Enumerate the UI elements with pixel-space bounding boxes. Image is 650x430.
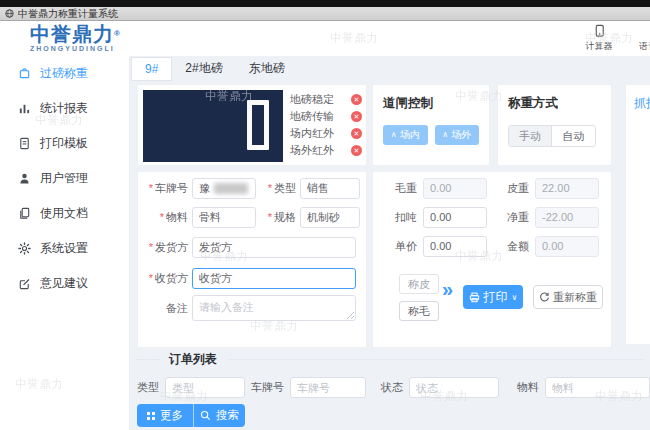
spec-input[interactable] xyxy=(300,207,360,228)
filter-material-input[interactable] xyxy=(545,377,650,398)
mode-auto-button[interactable]: 自动 xyxy=(552,126,595,146)
divider-line xyxy=(137,359,159,360)
plate-label: *车牌号 xyxy=(142,181,188,196)
remark-field-wrap xyxy=(192,295,356,321)
chevron-down-icon: ∨ xyxy=(512,293,518,302)
registered-mark: ® xyxy=(114,29,121,38)
filter-plate-label: 车牌号 xyxy=(251,380,284,395)
receiver-label: *收货方 xyxy=(142,271,188,286)
filter-status-input[interactable] xyxy=(409,377,499,398)
more-button[interactable]: 更多 xyxy=(137,404,193,427)
calculator-label: 计算器 xyxy=(586,40,613,53)
material-label: *物料 xyxy=(142,210,188,225)
reweigh-label: 重新称重 xyxy=(553,290,597,305)
filter-material-label: 物料 xyxy=(517,380,539,395)
amount-label: 金额 xyxy=(499,239,529,254)
mode-manual-button[interactable]: 手动 xyxy=(509,126,552,146)
type-input[interactable] xyxy=(300,178,360,199)
sidebar-item-settings[interactable]: 系统设置 xyxy=(0,231,129,266)
print-button[interactable]: 打印 ∨ xyxy=(463,285,523,309)
resize-grip-icon[interactable] xyxy=(347,312,354,319)
shipper-input[interactable] xyxy=(192,237,356,258)
filter-type-label: 类型 xyxy=(137,380,159,395)
sidebar-item-print-template[interactable]: 打印模板 xyxy=(0,126,129,161)
document-icon xyxy=(18,137,31,150)
gate-control-panel: 道闸控制 ∧ 场内 ∧ 场外 xyxy=(372,84,490,166)
snapshot-link[interactable]: 抓拍 xyxy=(634,96,650,110)
scale-icon xyxy=(18,67,31,80)
remark-textarea[interactable] xyxy=(192,295,356,321)
gross-input xyxy=(423,178,487,199)
edit-feedback-icon xyxy=(18,277,31,290)
refresh-icon xyxy=(539,292,550,303)
filter-plate-input[interactable] xyxy=(290,377,366,398)
sidebar-item-reports[interactable]: 统计报表 xyxy=(0,91,129,126)
tare-input xyxy=(535,178,599,199)
required-mark: * xyxy=(149,182,153,194)
window-titlebar[interactable]: 中誉鼎力称重计量系统 xyxy=(0,7,650,21)
app-window: 中誉鼎力称重计量系统 中誉鼎力® ZHONGYUDINGLI 计算器 语音播 xyxy=(0,0,650,430)
sidebar-item-users[interactable]: 用户管理 xyxy=(0,161,129,196)
window-title: 中誉鼎力称重计量系统 xyxy=(18,7,118,21)
required-mark: * xyxy=(149,272,153,284)
divider-line xyxy=(227,359,645,360)
print-label: 打印 xyxy=(484,289,508,306)
voice-label: 语音播报 xyxy=(639,40,650,53)
tab-dong-dibang[interactable]: 东地磅 xyxy=(236,57,298,81)
deduct-input[interactable] xyxy=(423,207,487,228)
receiver-input[interactable] xyxy=(192,268,356,289)
brand-logo: 中誉鼎力® ZHONGYUDINGLI xyxy=(30,24,121,52)
reweigh-button[interactable]: 重新称重 xyxy=(533,285,603,309)
status-scale-stable: 地磅稳定 ✕ xyxy=(290,91,362,108)
search-button[interactable]: 搜索 xyxy=(193,404,245,427)
gate-inside-button[interactable]: ∧ 场内 xyxy=(383,125,428,145)
sidebar: 过磅称重 统计报表 打印模板 用户管理 xyxy=(0,56,130,430)
price-input[interactable] xyxy=(423,236,487,257)
brand-romanized: ZHONGYUDINGLI xyxy=(30,45,121,52)
weigh-tare-button[interactable]: 称皮 xyxy=(399,274,439,294)
status-scale-transmit: 地磅传输 ✕ xyxy=(290,108,362,125)
double-chevron-icon: » xyxy=(442,278,451,301)
order-actions: 更多 搜索 xyxy=(137,404,245,427)
error-circle-icon: ✕ xyxy=(351,94,362,105)
plate-field-wrap xyxy=(192,178,256,199)
sidebar-item-label: 系统设置 xyxy=(40,240,88,257)
gross-label: 毛重 xyxy=(387,181,417,196)
weight-led-display xyxy=(143,90,283,162)
calculator-tool[interactable]: 计算器 xyxy=(578,24,620,53)
weigh-gross-button[interactable]: 称毛 xyxy=(399,301,439,321)
material-input[interactable] xyxy=(192,207,256,228)
status-infrared-inside: 场内红外 ✕ xyxy=(290,125,362,142)
scale-status-list: 地磅稳定 ✕ 地磅传输 ✕ 场内红外 ✕ 场外红外 ✕ xyxy=(290,91,362,159)
deduct-label: 扣吨 xyxy=(387,210,417,225)
search-icon xyxy=(200,410,211,421)
gate-control-title: 道闸控制 xyxy=(383,95,479,112)
filter-type: 类型 xyxy=(137,377,245,398)
status-label: 场外红外 xyxy=(290,143,334,158)
error-circle-icon: ✕ xyxy=(351,111,362,122)
printer-icon xyxy=(469,292,480,303)
bar-chart-icon xyxy=(18,102,31,115)
sidebar-item-label: 统计报表 xyxy=(40,100,88,117)
weights-panel: 毛重 皮重 扣吨 净重 单价 金额 称皮 称毛 » 打印 ∨ xyxy=(372,171,612,348)
sidebar-item-weighing[interactable]: 过磅称重 xyxy=(0,56,129,91)
filter-type-input[interactable] xyxy=(165,377,245,398)
tab-9[interactable]: 9# xyxy=(131,57,172,81)
voice-tool[interactable]: 语音播报 xyxy=(636,24,650,53)
weigh-mode-title: 称重方式 xyxy=(508,95,601,112)
order-list-divider: 订单列表 xyxy=(137,352,645,366)
sidebar-item-feedback[interactable]: 意见建议 xyxy=(0,266,129,301)
remark-label: 备注 xyxy=(142,301,188,316)
gate-outside-button[interactable]: ∧ 场外 xyxy=(435,125,480,145)
sidebar-item-docs[interactable]: 使用文档 xyxy=(0,196,129,231)
weigh-mode-toggle: 手动 自动 xyxy=(508,125,596,147)
app-header: 中誉鼎力® ZHONGYUDINGLI 计算器 语音播报 xyxy=(0,21,650,56)
grid-icon xyxy=(147,412,155,420)
chevron-up-icon: ∧ xyxy=(391,131,397,139)
brand-name: 中誉鼎力® xyxy=(30,24,121,44)
sidebar-item-label: 意见建议 xyxy=(40,275,88,292)
gate-inside-label: 场内 xyxy=(400,128,420,142)
required-mark: * xyxy=(268,211,272,223)
status-label: 地磅稳定 xyxy=(290,92,334,107)
tab-2-dibang[interactable]: 2#地磅 xyxy=(172,57,235,81)
